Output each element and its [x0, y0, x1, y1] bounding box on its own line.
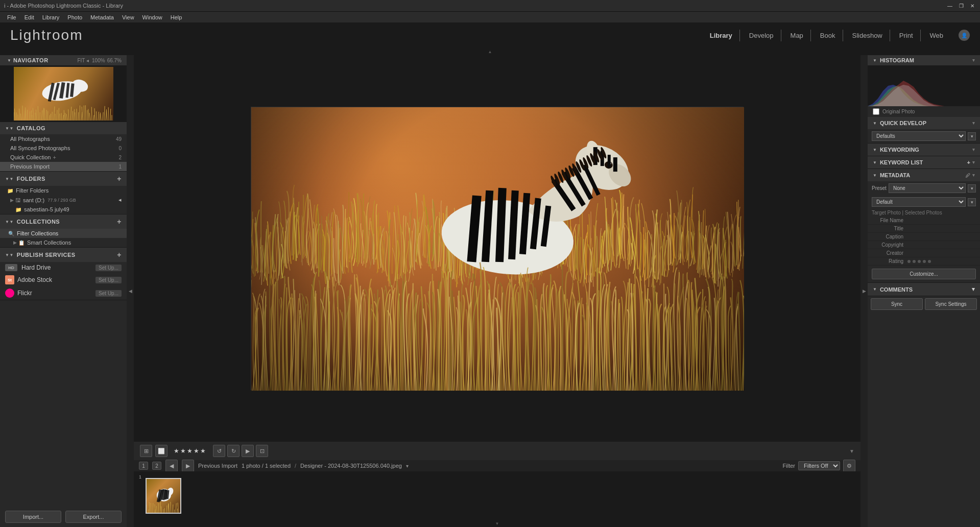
compare-button[interactable]: ⊡ [256, 445, 268, 457]
qd-arrow-button[interactable]: ▾ [968, 132, 976, 140]
menu-edit[interactable]: Edit [20, 13, 38, 21]
metadata-view-dropdown[interactable]: Default [872, 197, 966, 207]
metadata-tool-icon[interactable]: 🖊 [965, 173, 970, 178]
navigator-collapse-icon[interactable] [7, 58, 11, 63]
rotate-cw-button[interactable]: ↻ [227, 445, 240, 457]
menu-metadata[interactable]: Metadata [86, 13, 118, 21]
catalog-quick-collection[interactable]: Quick Collection + 2 [0, 153, 127, 162]
filter-collections-item[interactable]: 🔍 Filter Collections [0, 229, 127, 238]
film-thumb-1[interactable] [146, 478, 181, 514]
rating-dot-5[interactable] [928, 260, 931, 263]
publish-services-add-icon[interactable]: + [117, 251, 122, 259]
user-icon[interactable]: 👤 [959, 30, 970, 41]
navigator-fit[interactable]: FIT ◂ [77, 58, 89, 63]
sync-button[interactable]: Sync [871, 298, 923, 310]
histogram-expand-icon[interactable]: ▾ [972, 58, 975, 63]
qd-preset-dropdown[interactable]: Defaults None [872, 131, 966, 141]
hard-drive-setup[interactable]: Set Up... [95, 265, 122, 271]
navigator-zoom1[interactable]: 100% [92, 58, 105, 63]
metadata-preset-arrow[interactable]: ▾ [968, 184, 976, 193]
tab-map[interactable]: Map [783, 30, 811, 41]
filmstrip-nav-left[interactable]: ◀ [165, 460, 178, 472]
collections-add-icon[interactable]: + [117, 218, 122, 226]
star-3[interactable]: ★ [187, 447, 193, 454]
keyword-list-header[interactable]: ▼ Keyword List + ▾ [868, 156, 980, 169]
folders-header[interactable]: ▼ Folders + [0, 172, 127, 186]
filmstrip-nav-right[interactable]: ▶ [182, 460, 194, 472]
loupe-view-button[interactable]: ⬜ [155, 445, 168, 457]
menu-file[interactable]: File [3, 13, 20, 21]
filter-settings-icon[interactable]: ⚙ [843, 460, 855, 472]
rating-dot-3[interactable] [918, 260, 921, 263]
tab-library[interactable]: Library [703, 30, 740, 41]
import-button[interactable]: Import... [5, 511, 61, 523]
metadata-preset-dropdown[interactable]: None Default [889, 183, 966, 193]
top-collapse[interactable]: ▲ [0, 48, 980, 55]
keyword-add-icon[interactable]: + [967, 159, 970, 165]
filename-dropdown-icon[interactable]: ▾ [406, 463, 409, 469]
kl-expand-icon[interactable]: ▾ [972, 160, 975, 165]
close-button[interactable]: ✕ [969, 2, 976, 9]
folders-add-icon[interactable]: + [117, 175, 122, 183]
catalog-all-photos[interactable]: All Photographs 49 [0, 134, 127, 143]
star-2[interactable]: ★ [180, 447, 186, 454]
qd-expand-icon[interactable]: ▾ [972, 121, 975, 126]
quick-develop-header[interactable]: ▼ Quick Develop ▾ [868, 117, 980, 129]
navigator-zoom2[interactable]: 66.7% [107, 58, 122, 63]
left-collapse-tab[interactable]: ◀ [127, 55, 134, 527]
menu-help[interactable]: Help [166, 13, 186, 21]
tab-book[interactable]: Book [813, 30, 843, 41]
view-btn-2[interactable]: 2 [152, 462, 161, 470]
export-button[interactable]: Export... [65, 511, 122, 523]
original-photo-checkbox[interactable] [873, 108, 879, 115]
view-btn-1[interactable]: 1 [139, 462, 148, 470]
publish-services-header[interactable]: ▼ Publish Services + [0, 248, 127, 262]
sync-settings-button[interactable]: Sync Settings [925, 298, 977, 310]
disk-sant[interactable]: ▶ 🖫 sant (D:) 77.9 / 293 GB ◂ [0, 195, 127, 205]
catalog-previous-import[interactable]: Previous Import 1 [0, 162, 127, 171]
comments-header[interactable]: ▼ Comments ▾ [868, 283, 980, 296]
filter-folders-item[interactable]: 📁 Filter Folders [0, 186, 127, 195]
right-collapse-tab[interactable]: ▶ [861, 55, 868, 527]
keywording-header[interactable]: ▼ Keywording ▾ [868, 143, 980, 156]
rating-dot-4[interactable] [923, 260, 926, 263]
star-1[interactable]: ★ [174, 447, 179, 454]
catalog-header[interactable]: ▼ Catalog [0, 122, 127, 134]
menu-library[interactable]: Library [38, 13, 64, 21]
rating-dot-1[interactable] [907, 260, 911, 263]
metadata-view-arrow[interactable]: ▾ [968, 198, 976, 206]
metadata-header[interactable]: ▼ Metadata 🖊 ▾ [868, 169, 980, 181]
adobe-stock-service[interactable]: St Adobe Stock Set Up... [0, 273, 127, 286]
comments-expand-icon[interactable]: ▾ [972, 286, 975, 293]
adobe-stock-setup[interactable]: Set Up... [95, 277, 122, 283]
menu-view[interactable]: View [118, 13, 138, 21]
subfolder-item[interactable]: 📁 sabestian-5 july 49 [0, 205, 127, 214]
histogram-header[interactable]: ▼ Histogram ▾ [868, 55, 980, 65]
catalog-synced-photos[interactable]: All Synced Photographs 0 [0, 143, 127, 153]
metadata-expand-icon[interactable]: ▾ [972, 173, 975, 178]
star-4[interactable]: ★ [194, 447, 199, 454]
menu-photo[interactable]: Photo [63, 13, 86, 21]
window-controls[interactable]: — ❐ ✕ [946, 2, 976, 9]
minimize-button[interactable]: — [946, 2, 953, 9]
toolbar-collapse-icon[interactable]: ▼ [849, 447, 854, 454]
smart-collections-item[interactable]: ▶ 📋 Smart Collections [0, 238, 127, 247]
rotate-ccw-button[interactable]: ↺ [213, 445, 225, 457]
hard-drive-service[interactable]: HD Hard Drive Set Up... [0, 262, 127, 273]
flickr-service[interactable]: Flickr Set Up... [0, 286, 127, 300]
rating-dot-2[interactable] [913, 260, 916, 263]
bottom-collapse[interactable]: ▼ [134, 520, 861, 527]
maximize-button[interactable]: ❐ [958, 2, 965, 9]
keywording-expand-icon[interactable]: ▾ [972, 147, 975, 152]
tab-web[interactable]: Web [923, 30, 951, 41]
flickr-setup[interactable]: Set Up... [95, 290, 122, 297]
menu-window[interactable]: Window [138, 13, 166, 21]
tab-print[interactable]: Print [892, 30, 921, 41]
filter-dropdown[interactable]: Filters Off Rating Flag [798, 461, 840, 470]
tab-slideshow[interactable]: Slideshow [845, 30, 890, 41]
star-5[interactable]: ★ [200, 447, 206, 454]
play-button[interactable]: ▶ [242, 445, 254, 457]
grid-view-button[interactable]: ⊞ [140, 445, 152, 457]
tab-develop[interactable]: Develop [742, 30, 781, 41]
collections-header[interactable]: ▼ Collections + [0, 214, 127, 229]
